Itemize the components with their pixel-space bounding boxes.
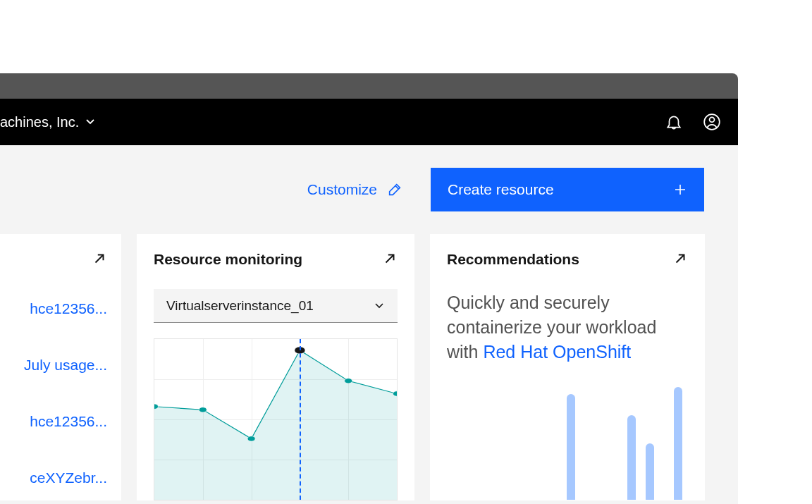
list-item[interactable]: hce12356... <box>0 300 107 317</box>
card-title: Resource monitoring <box>154 251 302 268</box>
openshift-link[interactable]: Red Hat OpenShift <box>483 342 631 362</box>
open-icon[interactable] <box>382 251 398 269</box>
svg-point-3 <box>199 407 207 412</box>
recommendations-card: Recommendations Quickly and securely con… <box>430 234 705 500</box>
resource-chart <box>154 338 398 500</box>
create-resource-label: Create resource <box>448 181 554 198</box>
create-resource-button[interactable]: Create resource <box>431 168 704 211</box>
svg-point-6 <box>345 379 352 383</box>
chevron-down-icon <box>85 116 96 128</box>
account-label: achines, Inc. <box>0 114 79 130</box>
app-header: achines, Inc. <box>0 99 738 145</box>
cards-row: hce12356... July usage... hce12356... ce… <box>0 234 738 500</box>
recommendation-text: Quickly and securely containerize your w… <box>447 290 688 364</box>
svg-point-1 <box>710 117 715 122</box>
recommendation-illustration <box>447 373 688 500</box>
notification-icon[interactable] <box>665 113 683 131</box>
instance-dropdown[interactable]: Virtualserverinstance_01 <box>154 289 398 323</box>
open-icon[interactable] <box>672 251 688 269</box>
edit-icon <box>387 182 402 197</box>
customize-button[interactable]: Customize <box>307 181 402 198</box>
user-avatar-icon[interactable] <box>703 113 721 131</box>
list-item[interactable]: ceXYZebr... <box>0 469 107 486</box>
chevron-down-icon <box>374 300 385 312</box>
account-switcher[interactable]: achines, Inc. <box>0 114 96 130</box>
list-item[interactable]: July usage... <box>0 357 107 374</box>
svg-point-4 <box>247 436 255 441</box>
page-body: Customize Create resource hce12356... Ju… <box>0 145 738 504</box>
partial-card: hce12356... July usage... hce12356... ce… <box>0 234 121 500</box>
list-item[interactable]: hce12356... <box>0 413 107 430</box>
dropdown-value: Virtualserverinstance_01 <box>166 298 314 314</box>
browser-chrome <box>0 73 738 99</box>
partial-links: hce12356... July usage... hce12356... ce… <box>0 300 107 486</box>
card-title: Recommendations <box>447 251 579 268</box>
plus-icon <box>673 183 687 197</box>
actions-bar: Customize Create resource <box>0 145 738 234</box>
header-icons <box>665 113 721 131</box>
resource-monitoring-card: Resource monitoring Virtualserverinstanc… <box>137 234 414 500</box>
customize-label: Customize <box>307 181 377 198</box>
open-icon[interactable] <box>92 251 107 269</box>
